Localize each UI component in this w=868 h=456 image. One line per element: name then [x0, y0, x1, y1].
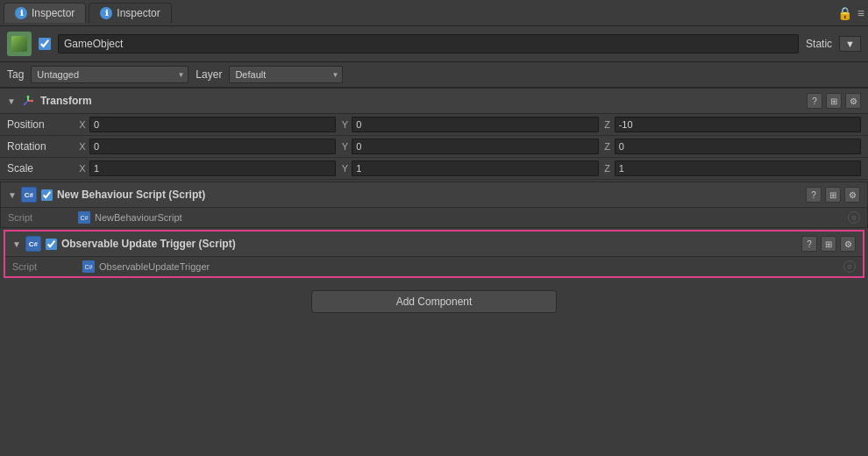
rotation-x-label: X [77, 141, 88, 152]
script1-field-value: C# NewBehaviourScript [78, 211, 182, 224]
script1-field-label: Script [8, 212, 78, 223]
script2-cs-icon: C# [25, 236, 41, 252]
tag-layer-row: Tag Untagged Layer Default [0, 62, 868, 88]
svg-marker-4 [26, 96, 30, 97]
rotation-x-input[interactable] [89, 139, 336, 154]
transform-layout-btn[interactable]: ⊞ [826, 93, 842, 109]
rotation-y-label: Y [339, 141, 350, 152]
layer-dropdown-wrapper: Default [229, 66, 343, 83]
script1-collapse-arrow[interactable]: ▼ [8, 190, 17, 200]
static-label: Static [806, 38, 832, 50]
scale-z-input[interactable] [615, 160, 861, 176]
tab-info-icon-1: ℹ [15, 7, 27, 19]
position-z-label: Z [602, 119, 613, 130]
scale-z-label: Z [602, 163, 613, 174]
layer-dropdown[interactable]: Default [229, 66, 343, 83]
inspector-body: Static ▼ Tag Untagged Layer Default ▼ [0, 26, 868, 324]
script1-active-checkbox[interactable] [41, 189, 53, 201]
scale-row: Scale X Y Z [0, 158, 868, 180]
transform-section-header: ▼ Transform ? ⊞ ⚙ [0, 88, 868, 114]
script1-row: Script C# NewBehaviourScript ○ [1, 208, 867, 227]
transform-buttons: ? ⊞ ⚙ [807, 93, 861, 109]
svg-marker-3 [32, 99, 33, 103]
rotation-xyz-group: X Y Z [77, 139, 861, 154]
transform-body: Position X Y Z Rotation [0, 114, 868, 180]
script2-active-checkbox[interactable] [46, 239, 57, 250]
static-arrow-icon: ▼ [845, 39, 855, 49]
gameobject-name-input[interactable] [58, 34, 799, 53]
layer-label: Layer [196, 68, 222, 81]
position-label: Position [7, 118, 77, 131]
script1-cs-icon: C# [21, 187, 37, 203]
script-header-1: ▼ C# New Behaviour Script (Script) ? ⊞ ⚙ [1, 182, 867, 208]
transform-help-btn[interactable]: ? [807, 93, 822, 109]
gameobject-cube-icon [7, 32, 32, 56]
script2-row: Script C# ObservableUpdateTrigger ○ [5, 257, 863, 276]
transform-axes-icon [21, 94, 35, 108]
position-xyz-group: X Y Z [77, 117, 861, 132]
script1-file-icon: C# [78, 211, 90, 224]
script2-collapse-arrow[interactable]: ▼ [12, 239, 21, 249]
gameobject-active-checkbox[interactable] [39, 38, 51, 50]
position-y-input[interactable] [352, 117, 598, 132]
script1-settings-btn[interactable]: ⚙ [844, 187, 860, 203]
menu-icon[interactable]: ≡ [857, 6, 864, 20]
scale-y-input[interactable] [352, 160, 598, 176]
rotation-z-label: Z [602, 141, 613, 152]
scale-x-input[interactable] [89, 160, 336, 176]
scale-x-field: X [77, 160, 336, 176]
script1-file-name: NewBehaviourScript [95, 212, 182, 223]
tab-label-1: Inspector [32, 7, 75, 19]
tab-bar: ℹ Inspector ℹ Inspector 🔒 ≡ [0, 0, 868, 26]
position-x-label: X [77, 119, 88, 130]
tab-inspector-2[interactable]: ℹ Inspector [89, 3, 171, 24]
scale-z-field: Z [602, 160, 861, 176]
rotation-row: Rotation X Y Z [0, 136, 868, 158]
position-row: Position X Y Z [0, 114, 868, 136]
script2-layout-btn[interactable]: ⊞ [821, 236, 836, 252]
add-component-area: Add Component [0, 280, 868, 324]
position-z-input[interactable] [615, 117, 861, 132]
position-z-field: Z [602, 117, 861, 132]
script-section-1: ▼ C# New Behaviour Script (Script) ? ⊞ ⚙… [0, 182, 868, 228]
script2-file-icon: C# [82, 260, 95, 273]
rotation-label: Rotation [7, 140, 77, 153]
position-y-field: Y [339, 117, 598, 132]
transform-settings-btn[interactable]: ⚙ [845, 93, 861, 109]
add-component-button[interactable]: Add Component [311, 290, 557, 313]
script1-buttons: ? ⊞ ⚙ [806, 187, 860, 203]
script1-circle-btn[interactable]: ○ [848, 211, 860, 224]
tab-bar-actions: 🔒 ≡ [837, 6, 864, 20]
gameobject-header: Static ▼ [0, 26, 868, 62]
rotation-z-field: Z [602, 139, 861, 154]
script2-field-value: C# ObservableUpdateTrigger [82, 260, 210, 273]
tab-inspector-1[interactable]: ℹ Inspector [4, 3, 86, 23]
rotation-y-input[interactable] [352, 139, 598, 154]
tab-info-icon-2: ℹ [100, 7, 112, 19]
rotation-y-field: Y [339, 139, 598, 154]
scale-xyz-group: X Y Z [77, 160, 861, 176]
static-button[interactable]: ▼ [839, 36, 861, 52]
position-x-input[interactable] [89, 117, 336, 132]
script2-circle-btn[interactable]: ○ [843, 260, 856, 273]
script2-title: Observable Update Trigger (Script) [61, 238, 797, 250]
lock-icon[interactable]: 🔒 [837, 6, 852, 20]
script2-buttons: ? ⊞ ⚙ [801, 236, 856, 252]
tag-dropdown[interactable]: Untagged [31, 66, 189, 83]
transform-collapse-arrow[interactable]: ▼ [7, 96, 16, 106]
scale-y-field: Y [339, 160, 598, 176]
transform-title: Transform [40, 95, 801, 107]
script2-help-btn[interactable]: ? [801, 236, 817, 252]
script1-title: New Behaviour Script (Script) [57, 189, 801, 201]
tab-label-2: Inspector [117, 7, 160, 19]
position-y-label: Y [339, 119, 350, 130]
scale-x-label: X [77, 163, 88, 174]
script-section-2: ▼ C# Observable Update Trigger (Script) … [4, 230, 864, 278]
position-x-field: X [77, 117, 336, 132]
script1-layout-btn[interactable]: ⊞ [825, 187, 841, 203]
script2-file-name: ObservableUpdateTrigger [99, 261, 210, 272]
rotation-z-input[interactable] [615, 139, 861, 154]
script2-settings-btn[interactable]: ⚙ [840, 236, 856, 252]
script1-help-btn[interactable]: ? [806, 187, 822, 203]
scale-label: Scale [7, 162, 77, 175]
